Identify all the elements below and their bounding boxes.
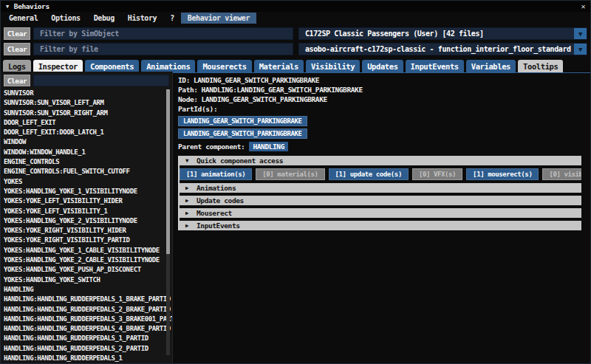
section-expanded-icon[interactable]: ▼: [185, 157, 197, 164]
node-list-item[interactable]: HANDLING:HANDLING_RUDDERPEDALS_1_BRAKE_P…: [4, 295, 172, 304]
quick-vfx-button: [0] VFX(s): [412, 168, 462, 180]
tab-variables[interactable]: Variables: [466, 60, 516, 72]
node-list-item[interactable]: YOKES:HANDLING_YOKE_2_CABLE_VISIBILITYNO…: [4, 255, 172, 265]
node-list-item[interactable]: HANDLING:HANDLING_RUDDERPEDALS_2_PARTID: [4, 344, 172, 354]
partid-row: LANDING_GEAR_SWITCH_PARKINGBRAKE: [178, 116, 581, 126]
parent-component-line: Parent component: HANDLING: [178, 141, 581, 151]
node-list-item[interactable]: DOOR_LEFT_EXIT:DOOR_LATCH_1: [4, 128, 172, 137]
tab-updates[interactable]: Updates: [362, 60, 403, 72]
clear-simobject-filter-button[interactable]: Clear: [4, 27, 30, 40]
quick-access-title: Quick component access: [197, 157, 283, 165]
tab-tooltips[interactable]: Tooltips: [518, 60, 563, 72]
node-list-item[interactable]: HANDLING: [4, 285, 172, 295]
node-list-item[interactable]: HANDLING:HANDLING_RUDDERPEDALS_2_BRAKE_P…: [4, 305, 172, 315]
menubar: General Options Debug History ? Behavior…: [1, 12, 590, 24]
node-list-item[interactable]: YOKES:HANDLING_YOKE_2_VISIBILITYNODE: [4, 216, 172, 226]
window-title: Behaviors: [14, 2, 49, 10]
path-line: Path: HANDLING:LANDING_GEAR_SWITCH_PARKI…: [178, 85, 581, 95]
simobject-node-list: SUNVISORSUNVISOR:SUN_VISOR_LEFT_ARMSUNVI…: [4, 86, 172, 363]
node-list-item[interactable]: YOKES: [4, 177, 172, 187]
node-list-item[interactable]: YOKES:HANDLING_YOKE_SWITCH: [4, 275, 172, 285]
menu-item-history[interactable]: History: [121, 13, 163, 24]
node-list-item[interactable]: DOOR_LEFT_EXIT: [4, 118, 172, 128]
id-value: LANDING_GEAR_SWITCH_PARKINGBRAKE: [194, 75, 319, 85]
node-filter-input[interactable]: [33, 75, 169, 86]
partids-label: PartId(s):: [178, 104, 217, 114]
tab-components[interactable]: Components: [85, 60, 139, 72]
clear-node-filter-button[interactable]: Clear: [4, 75, 30, 86]
node-list-item[interactable]: YOKES:YOKE_RIGHT_VISIBILITY_PARTID: [4, 236, 172, 245]
node-list-item[interactable]: SUNVISOR: [4, 89, 172, 98]
menu-item-general[interactable]: General: [2, 13, 44, 24]
node-list-item[interactable]: YOKES:YOKE_RIGHT_VISIBILITY_HIDER: [4, 226, 172, 236]
tab-inputevents[interactable]: InputEvents: [406, 60, 464, 72]
node-list-item[interactable]: HANDLING:HANDLING_RUDDERPEDALS_1: [4, 354, 172, 363]
partid-row: LANDING_GEAR_SWITCH_PARKINGBRAKE: [178, 128, 581, 139]
node-list-item[interactable]: YOKES:HANDLING_YOKE_1_VISIBILITYNODE: [4, 187, 172, 196]
dropdown-arrow-icon[interactable]: ▼: [574, 28, 587, 39]
id-label: ID:: [178, 75, 190, 85]
quick-access-header[interactable]: ▼ Quick component access: [180, 156, 581, 165]
section-animations[interactable]: ▶ Animations: [180, 183, 581, 193]
scrollbar-thumb[interactable]: [166, 89, 170, 254]
quick-materials-button: [0] material(s): [256, 168, 324, 180]
window-titlebar[interactable]: ▼ Behaviors ✕: [1, 1, 590, 12]
node-list-item[interactable]: HANDLING:HANDLING_RUDDERPEDALS_3_BRAKE00…: [4, 315, 172, 324]
node-list-item[interactable]: YOKES:YOKE_LEFT_VISIBILITY_HIDER: [4, 196, 172, 206]
path-value: HANDLING:LANDING_GEAR_SWITCH_PARKINGBRAK…: [202, 85, 363, 95]
file-dropdown[interactable]: asobo-aircraft-c172sp-classic - function…: [298, 43, 587, 55]
simobject-dropdown[interactable]: C172SP Classic Passengers (User) [42 fil…: [298, 27, 587, 40]
node-list-item[interactable]: WINDOW:WINDOW_HANDLE_1: [4, 148, 172, 157]
id-line: ID: LANDING_GEAR_SWITCH_PARKINGBRAKE: [178, 75, 581, 85]
component-sections: ▼ Quick component access [1] animation(s…: [178, 156, 581, 230]
dropdown-arrow-icon[interactable]: ▼: [574, 44, 587, 55]
quick-mouserects-button[interactable]: [1] mouserect(s): [466, 168, 539, 180]
file-dropdown-value: asobo-aircraft-c172sp-classic - function…: [305, 45, 587, 53]
clear-file-filter-button[interactable]: Clear: [4, 43, 30, 55]
section-collapsed-icon[interactable]: ▶: [185, 210, 197, 216]
node-list-item[interactable]: HANDLING:HANDLING_RUDDERPEDALS_4_BRAKE_P…: [4, 324, 172, 334]
node-list-scrollbar[interactable]: [166, 89, 170, 355]
menu-item-help[interactable]: ?: [163, 13, 181, 24]
section-collapsed-icon[interactable]: ▶: [185, 222, 197, 229]
menu-item-debug[interactable]: Debug: [87, 13, 121, 24]
node-list-item[interactable]: YOKES:HANDLING_YOKE_PUSH_AP_DISCONECT: [4, 265, 172, 275]
node-line: Node: LANDING_GEAR_SWITCH_PARKINGBRAKE: [178, 95, 581, 104]
quick-animations-button[interactable]: [1] animation(s): [180, 168, 252, 180]
node-list-item[interactable]: WINDOW: [4, 137, 172, 147]
node-filter-row: Clear: [4, 75, 169, 86]
close-icon[interactable]: ✕: [581, 2, 585, 10]
file-filter-input[interactable]: [33, 43, 293, 55]
quick-access-buttons: [1] animation(s) [0] material(s) [1] upd…: [180, 168, 581, 180]
node-list-item[interactable]: ENGINE_CONTROLS: [4, 157, 172, 167]
menu-item-options[interactable]: Options: [44, 13, 86, 24]
node-list-item[interactable]: SUNVISOR:SUN_VISOR_LEFT_ARM: [4, 98, 172, 108]
tab-materials[interactable]: Materials: [254, 60, 304, 72]
node-list-item[interactable]: SUNVISOR:SUN_VISOR_RIGHT_ARM: [4, 109, 172, 118]
node-list-item[interactable]: ENGINE_CONTROLS:FUEL_SWITCH_CUTOFF: [4, 167, 172, 176]
node-label: Node:: [178, 95, 198, 104]
partid-button[interactable]: LANDING_GEAR_SWITCH_PARKINGBRAKE: [178, 128, 307, 139]
file-filter-row: Clear asobo-aircraft-c172sp-classic - fu…: [4, 43, 587, 55]
tab-inspector[interactable]: Inspector: [33, 60, 83, 72]
node-list-item[interactable]: YOKES:HANDLING_YOKE_1_CABLE_VISIBILITYNO…: [4, 246, 172, 255]
section-collapsed-icon[interactable]: ▶: [185, 185, 197, 191]
node-list-item[interactable]: HANDLING:HANDLING_RUDDERPEDALS_1_PARTID: [4, 334, 172, 343]
section-update-codes[interactable]: ▶ Update codes: [180, 196, 581, 205]
window-collapse-icon[interactable]: ▼: [6, 4, 9, 10]
tab-logs[interactable]: Logs: [3, 60, 31, 72]
tab-mouserects[interactable]: Mouserects: [197, 60, 251, 72]
section-collapsed-icon[interactable]: ▶: [185, 197, 197, 204]
quick-update-codes-button[interactable]: [1] update code(s): [329, 168, 409, 180]
inspector-panel: ID: LANDING_GEAR_SWITCH_PARKINGBRAKE Pat…: [173, 72, 590, 363]
node-list-item[interactable]: YOKES:YOKE_LEFT_VISIBILITY_1: [4, 207, 172, 216]
menu-item-behavior-viewer[interactable]: Behavior viewer: [181, 13, 256, 24]
parent-component-badge[interactable]: HANDLING: [249, 142, 288, 151]
simobject-filter-input[interactable]: [33, 27, 293, 40]
section-inputevents[interactable]: ▶ InputEvents: [180, 221, 581, 230]
tab-animations[interactable]: Animations: [141, 60, 195, 72]
section-mouserect[interactable]: ▶ Mouserect: [180, 208, 581, 218]
partid-button[interactable]: LANDING_GEAR_SWITCH_PARKINGBRAKE: [178, 116, 307, 126]
tab-visibility[interactable]: Visibility: [306, 60, 360, 72]
section-inputevents-label: InputEvents: [197, 222, 240, 230]
